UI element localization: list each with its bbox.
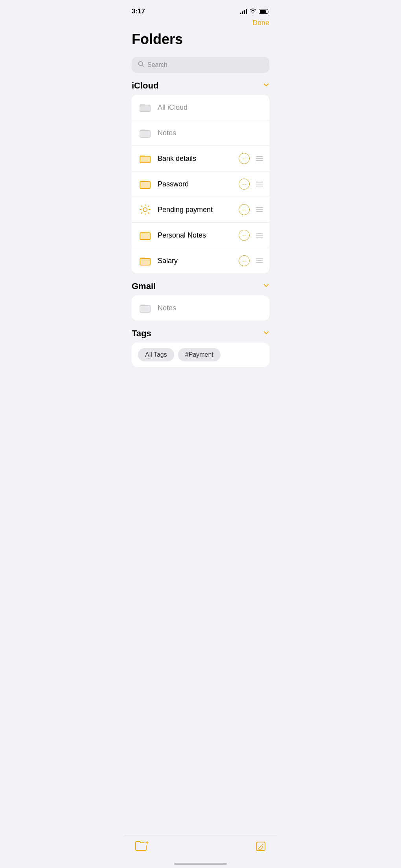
drag-handle[interactable] — [256, 207, 263, 212]
folder-icon — [138, 126, 152, 140]
gear-icon — [138, 203, 152, 217]
done-button-container: Done — [132, 17, 269, 31]
item-actions: ··· — [239, 179, 263, 190]
drag-handle[interactable] — [256, 233, 263, 238]
search-placeholder: Search — [147, 61, 167, 68]
icloud-chevron-icon[interactable] — [263, 82, 269, 90]
tag-all-tags[interactable]: All Tags — [138, 348, 174, 361]
list-item[interactable]: Bank details ··· — [132, 146, 269, 171]
search-bar[interactable]: Search — [132, 57, 269, 73]
icloud-title: iCloud — [132, 81, 158, 91]
list-item[interactable]: All iCloud — [132, 95, 269, 120]
item-label: Personal Notes — [158, 231, 239, 240]
status-bar: 3:17 — [124, 0, 277, 17]
list-item[interactable]: Salary ··· — [132, 248, 269, 273]
item-label: Pending payment — [158, 206, 239, 214]
drag-handle[interactable] — [256, 258, 263, 263]
gmail-list: Notes — [132, 295, 269, 321]
more-button[interactable]: ··· — [239, 153, 250, 164]
icloud-section-header: iCloud — [132, 81, 269, 91]
gmail-chevron-icon[interactable] — [263, 282, 269, 290]
done-button[interactable]: Done — [252, 19, 269, 27]
more-button[interactable]: ··· — [239, 255, 250, 266]
gmail-title: Gmail — [132, 281, 156, 291]
folder-yellow-icon — [138, 151, 152, 166]
tags-section-header: Tags — [132, 328, 269, 339]
more-button[interactable]: ··· — [239, 230, 250, 241]
header: Done Folders — [124, 17, 277, 57]
wifi-icon — [250, 8, 256, 15]
more-button[interactable]: ··· — [239, 204, 250, 215]
item-label: Password — [158, 180, 239, 188]
item-label: All iCloud — [158, 103, 263, 112]
tag-payment[interactable]: #Payment — [178, 348, 221, 361]
tags-list: All Tags #Payment — [132, 343, 269, 367]
item-label: Notes — [158, 129, 263, 137]
item-actions: ··· — [239, 255, 263, 266]
item-label: Bank details — [158, 155, 239, 163]
tags-chevron-icon[interactable] — [263, 330, 269, 337]
list-item[interactable]: Pending payment ··· — [132, 197, 269, 223]
status-icons — [240, 8, 269, 15]
drag-handle[interactable] — [256, 156, 263, 161]
list-item[interactable]: Notes — [132, 295, 269, 321]
drag-handle[interactable] — [256, 182, 263, 186]
item-label: Notes — [158, 304, 263, 312]
icloud-section: iCloud All iCloud — [132, 81, 269, 273]
battery-icon — [259, 9, 269, 14]
item-label: Salary — [158, 257, 239, 265]
signal-icon — [240, 9, 247, 14]
status-time: 3:17 — [132, 7, 145, 15]
tags-title: Tags — [132, 328, 151, 339]
list-item[interactable]: Personal Notes ··· — [132, 223, 269, 248]
gmail-section-header: Gmail — [132, 281, 269, 291]
icloud-list: All iCloud Notes Bank details ··· — [132, 95, 269, 273]
item-actions: ··· — [239, 230, 263, 241]
folder-yellow-icon — [138, 228, 152, 242]
folder-gray-icon — [138, 301, 152, 315]
page-title: Folders — [132, 31, 269, 48]
folder-icon — [138, 100, 152, 114]
folder-yellow-icon — [138, 254, 152, 268]
list-item[interactable]: Notes — [132, 120, 269, 146]
folder-yellow-icon — [138, 177, 152, 191]
list-item[interactable]: Password ··· — [132, 171, 269, 197]
item-actions: ··· — [239, 204, 263, 215]
tags-section: Tags All Tags #Payment — [132, 328, 269, 367]
search-icon — [138, 61, 144, 69]
more-button[interactable]: ··· — [239, 179, 250, 190]
gmail-section: Gmail Notes — [132, 281, 269, 321]
item-actions: ··· — [239, 153, 263, 164]
